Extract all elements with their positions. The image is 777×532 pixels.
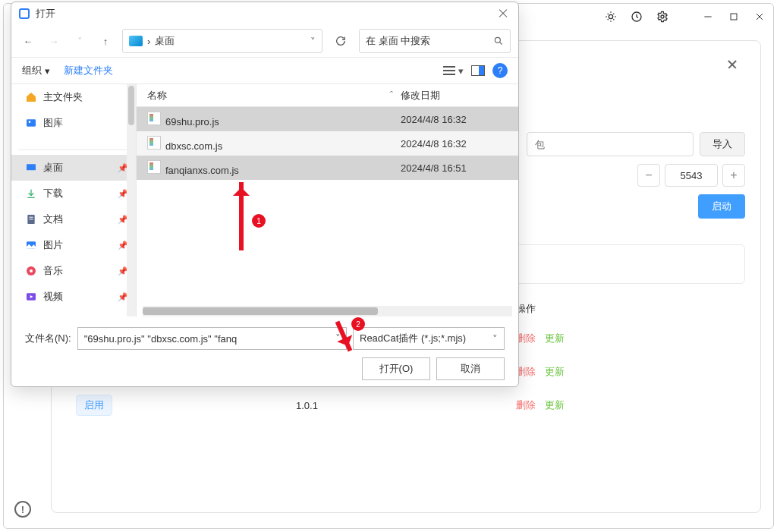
file-list: 名称 ˆ 修改日期 69shu.pro.js 2024/4/8 16:32 db…: [137, 84, 518, 316]
import-button[interactable]: 导入: [700, 132, 745, 156]
filename-label: 文件名(N):: [25, 332, 71, 345]
port-input[interactable]: [665, 164, 718, 187]
svg-rect-10: [29, 219, 33, 219]
chevron-down-icon: ˅: [492, 333, 498, 345]
dialog-nav: ← → ˅ ↑ › 桌面 ˅ 在 桌面 中搜索: [11, 25, 518, 57]
sidebar-item-home[interactable]: 主文件夹: [11, 84, 136, 110]
col-name[interactable]: 名称: [143, 89, 382, 102]
address-bar[interactable]: › 桌面 ˅: [122, 29, 322, 53]
sidebar-item-label: 音乐: [43, 264, 63, 278]
svg-point-2: [661, 15, 664, 18]
sidebar-item-desktop[interactable]: 桌面📌: [11, 155, 136, 181]
file-name: fanqianxs.com.js: [165, 165, 239, 176]
gallery-icon: [25, 117, 37, 129]
status-warning-icon[interactable]: !: [14, 501, 31, 518]
panel-close-icon[interactable]: [724, 56, 741, 73]
filename-input[interactable]: [77, 327, 347, 350]
docs-icon: [25, 213, 37, 225]
sidebar-item-label: 视频: [43, 290, 63, 304]
dialog-search-input[interactable]: 在 桌面 中搜索: [359, 29, 511, 53]
sidebar-item-label: 桌面: [43, 161, 63, 175]
history-icon[interactable]: [629, 9, 644, 24]
sidebar-item-music[interactable]: 音乐📌: [11, 258, 136, 284]
file-hscrollbar[interactable]: [143, 306, 512, 316]
update-link[interactable]: 更新: [545, 399, 565, 411]
view-mode-toggle[interactable]: ▾: [443, 65, 464, 77]
js-file-icon: [147, 136, 161, 150]
search-icon: [493, 36, 504, 46]
file-row[interactable]: 69shu.pro.js 2024/4/8 16:32: [137, 107, 518, 131]
file-name: 69shu.pro.js: [165, 116, 219, 127]
state-tag[interactable]: 启用: [76, 395, 112, 416]
start-button[interactable]: 启动: [698, 194, 745, 219]
open-button[interactable]: 打开(O): [362, 357, 430, 380]
table-row: 启用 1.0.1 删除更新: [67, 389, 745, 422]
dialog-toolbar: 组织▾ 新建文件夹 ▾ ?: [11, 57, 518, 84]
desktop-icon: [129, 36, 143, 46]
chevron-down-icon[interactable]: ˅: [335, 332, 341, 344]
organize-menu[interactable]: 组织▾: [22, 64, 50, 77]
minimize-button[interactable]: [700, 9, 716, 24]
col-ops: 操作: [516, 302, 736, 316]
dialog-close-icon[interactable]: [495, 6, 511, 21]
dialog-footer: 文件名(N): ˅ ReadCat插件 (*.js;*.mjs) ˅ 打开(O)…: [11, 316, 518, 391]
sidebar-item-label: 文档: [43, 212, 63, 226]
file-list-header: 名称 ˆ 修改日期: [137, 84, 518, 107]
file-date: 2024/4/8 16:51: [401, 162, 518, 174]
search-placeholder: 在 桌面 中搜索: [366, 34, 493, 48]
filter-label: ReadCat插件 (*.js;*.mjs): [360, 332, 492, 345]
maximize-button[interactable]: [726, 9, 741, 24]
download-icon: [25, 187, 37, 200]
sort-indicator-icon[interactable]: ˆ: [382, 90, 401, 101]
desktop-icon: [25, 162, 37, 174]
file-name: dbxsc.com.js: [165, 140, 222, 152]
sidebar-item-label: 图片: [43, 238, 63, 252]
file-row[interactable]: dbxsc.com.js 2024/4/8 16:32: [137, 131, 518, 156]
js-file-icon: [147, 160, 161, 174]
cancel-button[interactable]: 取消: [436, 357, 505, 380]
sidebar-item-label: 图库: [43, 116, 63, 130]
update-link[interactable]: 更新: [545, 332, 565, 344]
col-date[interactable]: 修改日期: [401, 89, 518, 102]
refresh-icon[interactable]: [330, 30, 351, 52]
chevron-down-icon[interactable]: ˅: [310, 36, 316, 47]
settings-icon[interactable]: [655, 9, 670, 24]
file-date: 2024/4/8 16:32: [401, 114, 518, 125]
file-row[interactable]: fanqianxs.com.js 2024/4/8 16:51: [137, 156, 518, 180]
help-icon[interactable]: ?: [492, 63, 508, 78]
dialog-title: 打开: [36, 7, 55, 20]
update-link[interactable]: 更新: [545, 366, 565, 377]
nav-up-icon[interactable]: ↑: [96, 32, 115, 50]
brightness-icon[interactable]: [603, 9, 618, 24]
nav-recent-icon[interactable]: ˅: [71, 32, 89, 50]
port-decrement-button[interactable]: −: [637, 164, 660, 187]
music-icon: [25, 265, 37, 277]
sidebar-item-video[interactable]: 视频📌: [11, 284, 136, 310]
nav-forward-icon[interactable]: →: [45, 32, 63, 50]
nav-back-icon[interactable]: ←: [19, 32, 37, 50]
app-icon: [19, 8, 30, 19]
svg-point-13: [30, 269, 33, 272]
package-input[interactable]: [527, 132, 694, 156]
sidebar-item-pics[interactable]: 图片📌: [11, 232, 136, 258]
file-date: 2024/4/8 16:32: [401, 138, 518, 150]
sidebar-item-downloads[interactable]: 下载📌: [11, 181, 136, 206]
breadcrumb-sep: ›: [147, 36, 150, 47]
js-file-icon: [147, 112, 161, 125]
new-folder-button[interactable]: 新建文件夹: [64, 64, 113, 77]
sidebar-item-label: 下载: [43, 187, 63, 200]
file-open-dialog: 打开 ← → ˅ ↑ › 桌面 ˅ 在 桌面 中搜索 组织▾ 新建文件夹 ▾ ?: [11, 2, 519, 387]
svg-rect-7: [27, 164, 36, 170]
port-increment-button[interactable]: +: [722, 164, 745, 187]
sidebar-item-docs[interactable]: 文档📌: [11, 206, 136, 232]
sidebar-scrollbar[interactable]: [127, 84, 136, 316]
sidebar-item-gallery[interactable]: 图库: [11, 110, 136, 136]
close-button[interactable]: [752, 9, 767, 24]
breadcrumb[interactable]: 桌面: [155, 34, 175, 48]
pics-icon: [25, 239, 37, 251]
delete-link[interactable]: 删除: [516, 399, 536, 411]
list-view-icon: [443, 66, 455, 75]
svg-rect-5: [27, 119, 36, 126]
filetype-filter[interactable]: ReadCat插件 (*.js;*.mjs) ˅: [353, 327, 505, 350]
preview-pane-icon[interactable]: [471, 65, 485, 76]
